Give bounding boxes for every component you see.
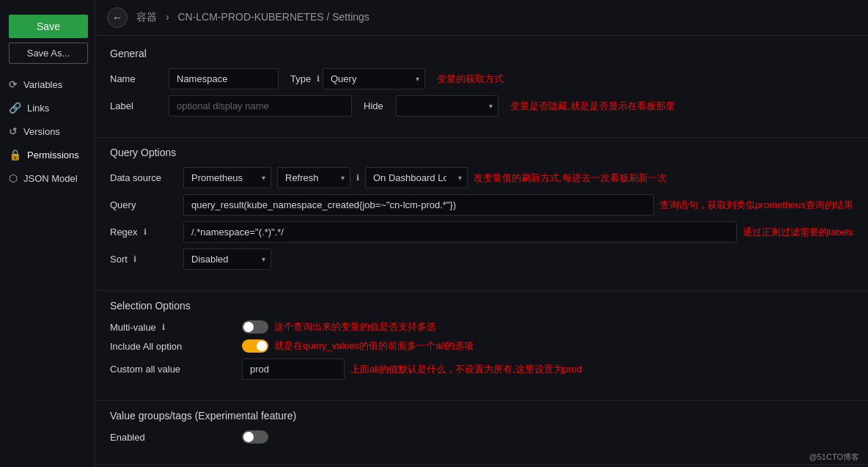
bottom-credit: @51CTO博客 [809, 452, 859, 463]
versions-icon: ↺ [9, 125, 18, 137]
datasource-row: Data source Prometheus ▾ Refresh On Dash… [110, 167, 853, 188]
type-label: Type ℹ [279, 73, 323, 84]
breadcrumb: 容器 › CN-LCM-PROD-KUBERNETES / Settings [133, 11, 372, 24]
regex-info-icon: ℹ [144, 227, 147, 237]
back-icon: ← [112, 12, 122, 23]
multi-value-row: Multi-value ℹ 这个查询出来的变量的值是否支持多选 [110, 320, 853, 334]
query-options-section: Query Options Data source Prometheus ▾ R… [95, 147, 868, 287]
on-dashboard-select-wrap: On Dashboard Load On Time Range Change ▾ [365, 167, 468, 188]
on-dashboard-select[interactable]: On Dashboard Load On Time Range Change [365, 167, 468, 188]
hide-label: Hide [352, 100, 396, 111]
name-input[interactable] [169, 68, 279, 89]
selection-options-section: Selection Options Multi-value ℹ 这个查询出来的变… [95, 300, 868, 397]
sidebar-item-label: Variables [23, 79, 62, 90]
multi-value-toggle[interactable] [242, 320, 268, 334]
type-info-icon: ℹ [317, 74, 320, 84]
divider-1 [95, 137, 868, 138]
back-button[interactable]: ← [107, 7, 128, 28]
annotation-regex: 通过正则过滤需要的labels [743, 226, 853, 239]
enabled-row: Enabled [110, 430, 853, 444]
refresh-info-icon: ℹ [356, 173, 359, 183]
query-input[interactable] [183, 194, 654, 216]
include-all-row: Include All option 就是在query_values的值的前面多… [110, 339, 853, 353]
refresh-select[interactable]: Refresh On Dashboard Load 5s [277, 167, 350, 188]
sidebar-item-label: Versions [23, 126, 60, 137]
sort-select[interactable]: Disabled Alphabetical (asc) Alphabetical… [183, 249, 271, 270]
datasource-label: Data source [110, 172, 183, 183]
annotation-query: 查询语句，获取到类似prometheus查询的结果 [660, 199, 853, 212]
lock-icon: 🔒 [9, 149, 21, 161]
divider-2 [95, 290, 868, 291]
value-groups-title: Value groups/tags (Experimental feature) [110, 410, 853, 422]
sort-label: Sort ℹ [110, 254, 183, 265]
save-button[interactable]: Save [9, 15, 88, 38]
annotation-refresh: 改变量值的刷新方式,每进去一次看板刷新一次 [474, 172, 667, 185]
value-groups-section: Value groups/tags (Experimental feature)… [95, 410, 868, 461]
selection-options-title: Selection Options [110, 300, 853, 312]
label-row: Label Hide Variable Label ▾ 变量是否隐藏,就是是否显… [110, 95, 853, 117]
datasource-select[interactable]: Prometheus [183, 167, 271, 188]
divider-4 [95, 464, 868, 465]
custom-all-input[interactable] [242, 358, 345, 380]
general-title: General [110, 48, 853, 59]
type-select-wrap: Query Custom Constant DataSource Interva… [323, 68, 425, 89]
name-label: Name [110, 73, 169, 84]
query-options-title: Query Options [110, 147, 853, 158]
sidebar-item-permissions[interactable]: 🔒 Permissions [0, 143, 95, 166]
main-content: ← 容器 › CN-LCM-PROD-KUBERNETES / Settings… [95, 0, 868, 467]
hide-select[interactable]: Variable Label [396, 95, 499, 117]
sidebar-item-json-model[interactable]: ⬡ JSON Model [0, 166, 95, 190]
datasource-select-wrap: Prometheus ▾ [183, 167, 271, 188]
sidebar-item-label: JSON Model [23, 173, 78, 184]
json-icon: ⬡ [9, 172, 18, 184]
annotation-type: 变量的获取方式 [437, 73, 504, 86]
sidebar-item-links[interactable]: 🔗 Links [0, 96, 95, 119]
annotation-hide: 变量是否隐藏,就是是否显示在看板那里 [510, 100, 675, 113]
annotation-custom: 上面all的值默认是什么，不设置为所有,这里设置为prod [350, 363, 582, 376]
query-input-row: Query 查询语句，获取到类似prometheus查询的结果 [110, 194, 853, 216]
sidebar-item-versions[interactable]: ↺ Versions [0, 119, 95, 143]
regex-input[interactable] [183, 221, 737, 243]
hide-select-wrap: Variable Label ▾ [396, 95, 499, 117]
custom-all-row: Custom all value 上面all的值默认是什么，不设置为所有,这里设… [110, 358, 853, 380]
variables-icon: ⟳ [9, 78, 18, 90]
sidebar-item-variables[interactable]: ⟳ Variables [0, 73, 95, 96]
sidebar: Save Save As... ⟳ Variables 🔗 Links ↺ Ve… [0, 0, 95, 467]
name-row: Name Type ℹ Query Custom Constant DataSo… [110, 68, 853, 89]
divider-3 [95, 400, 868, 401]
sort-row: Sort ℹ Disabled Alphabetical (asc) Alpha… [110, 249, 853, 270]
multi-value-knob [243, 322, 254, 332]
type-select[interactable]: Query Custom Constant DataSource Interva… [323, 68, 425, 89]
include-all-knob [257, 341, 267, 351]
regex-label: Regex ℹ [110, 227, 183, 238]
annotation-all: 就是在query_values的值的前面多一个all的选项 [274, 339, 474, 353]
multi-value-label: Multi-value ℹ [110, 322, 242, 333]
label-input[interactable] [169, 95, 352, 117]
enabled-knob [243, 432, 254, 442]
general-section: General Name Type ℹ Query Custom Constan… [95, 36, 868, 134]
topbar: ← 容器 › CN-LCM-PROD-KUBERNETES / Settings [95, 0, 868, 36]
sort-select-wrap: Disabled Alphabetical (asc) Alphabetical… [183, 249, 271, 270]
include-all-label: Include All option [110, 341, 242, 352]
enabled-toggle[interactable] [242, 430, 268, 444]
query-label: Query [110, 199, 183, 210]
multi-value-info-icon: ℹ [162, 323, 165, 332]
annotation-multi: 这个查询出来的变量的值是否支持多选 [274, 320, 436, 334]
label-label: Label [110, 100, 169, 111]
sort-info-icon: ℹ [133, 254, 136, 264]
custom-all-label: Custom all value [110, 364, 242, 375]
sidebar-item-label: Permissions [27, 150, 79, 161]
links-icon: 🔗 [9, 102, 21, 114]
refresh-select-wrap: Refresh On Dashboard Load 5s ▾ [277, 167, 350, 188]
save-as-button[interactable]: Save As... [9, 43, 88, 64]
enabled-label: Enabled [110, 432, 242, 443]
regex-row: Regex ℹ 通过正则过滤需要的labels [110, 221, 853, 243]
sidebar-item-label: Links [27, 103, 49, 114]
include-all-toggle[interactable] [242, 339, 268, 353]
